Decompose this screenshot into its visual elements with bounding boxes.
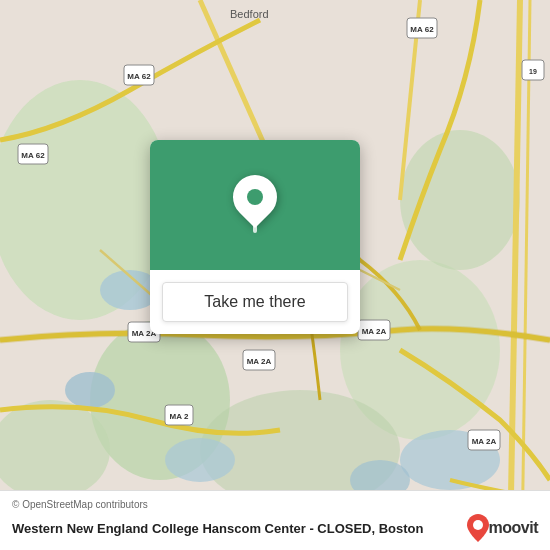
location-name: Western New England College Hanscom Cent… xyxy=(12,521,459,536)
svg-point-9 xyxy=(165,438,235,482)
svg-text:MA 2A: MA 2A xyxy=(362,327,387,336)
moovit-logo: moovit xyxy=(467,514,538,542)
moovit-pin-icon xyxy=(467,514,489,542)
svg-text:MA 2A: MA 2A xyxy=(472,437,497,446)
bottom-info-bar: © OpenStreetMap contributors Western New… xyxy=(0,490,550,550)
svg-text:Bedford: Bedford xyxy=(230,8,269,20)
location-info-row: Western New England College Hanscom Cent… xyxy=(12,514,538,542)
svg-point-8 xyxy=(65,372,115,408)
osm-attribution: © OpenStreetMap contributors xyxy=(12,499,538,510)
card-header xyxy=(150,140,360,270)
svg-point-4 xyxy=(400,130,520,270)
svg-text:MA 2: MA 2 xyxy=(170,412,189,421)
map-pin-icon xyxy=(230,175,280,235)
svg-text:MA 2A: MA 2A xyxy=(247,357,272,366)
svg-text:19: 19 xyxy=(529,68,537,75)
moovit-text: moovit xyxy=(489,519,538,537)
svg-text:MA 62: MA 62 xyxy=(127,72,151,81)
take-me-there-button[interactable]: Take me there xyxy=(162,282,348,322)
map-container: Bedford MA 62 MA 62 MA 62 MA 2A MA 2A MA… xyxy=(0,0,550,550)
location-card: Take me there xyxy=(150,140,360,334)
svg-text:MA 62: MA 62 xyxy=(410,25,434,34)
svg-text:MA 62: MA 62 xyxy=(21,151,45,160)
svg-point-39 xyxy=(473,520,483,530)
